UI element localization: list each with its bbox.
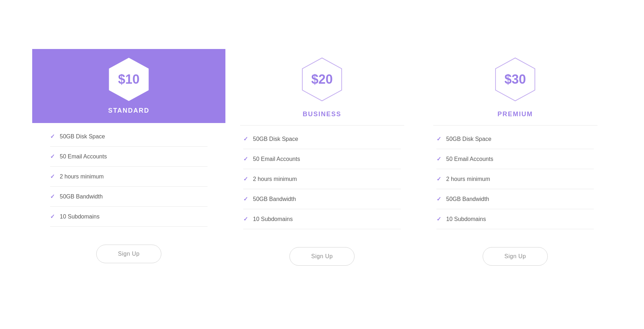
check-icon: ✓	[436, 156, 441, 162]
features-list-premium: ✓ 50GB Disk Space ✓ 50 Email Accounts ✓ …	[419, 126, 612, 233]
check-icon: ✓	[243, 156, 248, 162]
check-icon: ✓	[436, 216, 441, 222]
check-icon: ✓	[50, 173, 55, 180]
feature-item: ✓ 50 Email Accounts	[50, 147, 208, 167]
feature-item: ✓ 50 Email Accounts	[243, 149, 401, 169]
price-hex-premium: $30	[492, 56, 538, 103]
feature-item: ✓ 50GB Bandwidth	[50, 187, 208, 207]
feature-text: 50GB Bandwidth	[60, 193, 103, 200]
plan-name-standard: STANDARD	[108, 107, 150, 114]
plan-card-standard: $10 STANDARD ✓ 50GB Disk Space ✓ 50 Emai…	[32, 49, 225, 278]
check-icon: ✓	[436, 196, 441, 202]
check-icon: ✓	[50, 153, 55, 160]
feature-item: ✓ 50GB Bandwidth	[243, 189, 401, 209]
feature-text: 50GB Disk Space	[60, 133, 105, 140]
price-hex-business: $20	[299, 56, 345, 103]
check-icon: ✓	[436, 176, 441, 182]
check-icon: ✓	[243, 216, 248, 222]
signup-button-business[interactable]: Sign Up	[289, 247, 355, 266]
price-value-premium: $30	[504, 72, 526, 87]
pricing-container: $10 STANDARD ✓ 50GB Disk Space ✓ 50 Emai…	[18, 28, 626, 301]
feature-item: ✓ 50GB Disk Space	[50, 127, 208, 147]
feature-text: 50 Email Accounts	[253, 156, 300, 162]
check-icon: ✓	[243, 176, 248, 182]
plan-card-premium: $30 PREMIUM ✓ 50GB Disk Space ✓ 50 Email…	[419, 49, 612, 280]
feature-text: 50 Email Accounts	[60, 153, 107, 160]
feature-item: ✓ 10 Subdomains	[50, 207, 208, 227]
feature-item: ✓ 2 hours minimum	[436, 169, 594, 189]
feature-text: 10 Subdomains	[60, 213, 99, 220]
price-value-standard: $10	[118, 72, 140, 87]
check-icon: ✓	[50, 133, 55, 140]
feature-item: ✓ 2 hours minimum	[50, 167, 208, 187]
price-value-business: $20	[311, 72, 333, 87]
feature-item: ✓ 2 hours minimum	[243, 169, 401, 189]
check-icon: ✓	[243, 196, 248, 202]
features-list-standard: ✓ 50GB Disk Space ✓ 50 Email Accounts ✓ …	[32, 123, 225, 230]
feature-item: ✓ 50 Email Accounts	[436, 149, 594, 169]
feature-item: ✓ 10 Subdomains	[436, 209, 594, 229]
features-list-business: ✓ 50GB Disk Space ✓ 50 Email Accounts ✓ …	[225, 126, 419, 233]
feature-text: 50GB Bandwidth	[446, 196, 489, 202]
signup-button-standard[interactable]: Sign Up	[96, 245, 161, 263]
check-icon: ✓	[50, 193, 55, 200]
feature-text: 50 Email Accounts	[446, 156, 493, 162]
feature-text: 50GB Disk Space	[446, 136, 491, 142]
feature-item: ✓ 50GB Disk Space	[243, 129, 401, 149]
signup-button-premium[interactable]: Sign Up	[483, 247, 548, 266]
active-header-bg: $10 STANDARD	[32, 49, 225, 123]
feature-text: 50GB Bandwidth	[253, 196, 296, 202]
business-header: $20 BUSINESS	[225, 49, 419, 125]
feature-text: 10 Subdomains	[446, 216, 486, 222]
plan-card-business: $20 BUSINESS ✓ 50GB Disk Space ✓ 50 Emai…	[225, 49, 419, 280]
check-icon: ✓	[243, 136, 248, 142]
feature-text: 10 Subdomains	[253, 216, 293, 222]
feature-text: 2 hours minimum	[60, 173, 104, 180]
check-icon: ✓	[50, 213, 55, 220]
price-hex-standard: $10	[106, 56, 152, 103]
feature-item: ✓ 50GB Disk Space	[436, 129, 594, 149]
check-icon: ✓	[436, 136, 441, 142]
feature-item: ✓ 50GB Bandwidth	[436, 189, 594, 209]
feature-item: ✓ 10 Subdomains	[243, 209, 401, 229]
feature-text: 2 hours minimum	[253, 176, 297, 182]
feature-text: 50GB Disk Space	[253, 136, 298, 142]
premium-header: $30 PREMIUM	[419, 49, 612, 125]
plan-name-premium: PREMIUM	[498, 111, 533, 118]
plan-name-business: BUSINESS	[303, 111, 341, 118]
feature-text: 2 hours minimum	[446, 176, 490, 182]
